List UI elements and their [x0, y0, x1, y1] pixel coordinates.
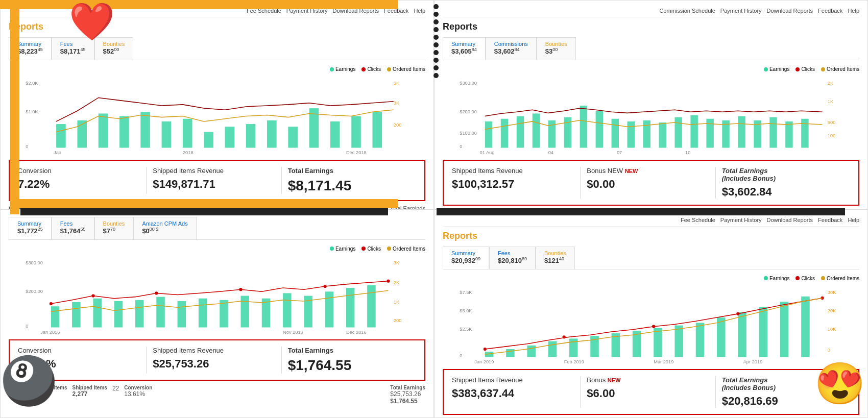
nav-help-br[interactable]: Help — [848, 217, 859, 223]
ball-emoji: 🎱 — [0, 354, 57, 408]
nav-fee-schedule-br[interactable]: Fee Schedule — [681, 217, 715, 223]
tab-summary-br[interactable]: Summary $20,93209 — [443, 247, 489, 269]
legend-ordered-br: Ordered Items — [821, 276, 859, 281]
panel-bottom-right: Fee Schedule Payment History Download Re… — [434, 209, 868, 419]
tab-bounties-br[interactable]: Bounties $12140 — [536, 247, 575, 269]
chart-legend-tr: Earnings Clicks Ordered Items — [443, 66, 859, 72]
tab-bounties-tr[interactable]: Bounties $300 — [537, 37, 576, 60]
svg-text:$5.0K: $5.0K — [460, 308, 472, 313]
svg-rect-52 — [785, 121, 792, 148]
svg-point-84 — [239, 288, 242, 291]
black-separator-top-left — [20, 208, 388, 215]
tab-fees-bl[interactable]: Fees $1,76455 — [52, 217, 94, 239]
black-separator-top-right — [437, 208, 845, 215]
legend-earnings-tr: Earnings — [764, 66, 789, 72]
tab-summary-tr[interactable]: Summary $3,60584 — [443, 37, 486, 60]
svg-text:2K: 2K — [828, 81, 834, 86]
svg-text:$2.0K: $2.0K — [26, 81, 38, 86]
stat-earnings-bl: Total Earnings $1,764.55 — [282, 347, 416, 374]
orange-bar-top — [0, 0, 398, 9]
stats-box-br: Shipped Items Revenue $383,637.44 Bonus … — [443, 369, 859, 415]
tab-commissions-tr[interactable]: Commissions $3,60284 — [486, 37, 537, 60]
svg-rect-46 — [690, 115, 697, 148]
legend-earnings-bl: Earnings — [330, 246, 355, 252]
chart-legend-bl: Earnings Clicks Ordered Items — [9, 246, 425, 252]
stat-conversion-tl: Conversion 7.22% — [18, 167, 147, 194]
svg-rect-11 — [162, 121, 172, 148]
svg-rect-35 — [517, 116, 524, 148]
svg-text:$300.00: $300.00 — [26, 260, 43, 265]
svg-rect-40 — [596, 111, 603, 148]
clicks-dot-bl — [361, 247, 366, 251]
svg-text:5K: 5K — [394, 81, 400, 86]
svg-text:10K: 10K — [828, 327, 836, 332]
earnings-dot-br — [764, 276, 768, 280]
nav-help[interactable]: Help — [414, 8, 425, 14]
svg-point-117 — [736, 312, 739, 315]
svg-text:30K: 30K — [828, 289, 836, 294]
svg-rect-34 — [501, 119, 508, 148]
svg-rect-107 — [674, 325, 683, 357]
svg-rect-73 — [220, 300, 228, 328]
nav-feedback-br[interactable]: Feedback — [818, 217, 842, 223]
legend-earnings-tl: Earnings — [330, 66, 355, 72]
summary-tabs-bl: Summary $1,77225 Fees $1,76455 Bounties … — [9, 217, 425, 240]
svg-rect-78 — [325, 291, 334, 327]
nav-top-right: Commission Schedule Payment History Down… — [443, 8, 859, 17]
chart-legend-br: Earnings Clicks Ordered Items — [443, 276, 859, 281]
svg-rect-79 — [346, 288, 355, 327]
panel-top-left: Fee Schedule Payment History Download Re… — [0, 0, 434, 209]
stats-box-bl: Conversion 13.61% Shipped Items Revenue … — [9, 339, 425, 381]
svg-rect-20 — [351, 116, 361, 148]
chart-area-bl: $300.00 $200.00 0 3K 2K 1K 200 — [9, 254, 425, 335]
tab-bounties-bl[interactable]: Bounties $770 — [94, 217, 134, 239]
tab-summary-bl[interactable]: Summary $1,77225 — [9, 217, 52, 239]
nav-payment-history-tr[interactable]: Payment History — [720, 8, 762, 14]
svg-rect-101 — [548, 341, 557, 357]
svg-rect-10 — [140, 112, 150, 148]
new-badge-tr: NEW — [625, 168, 638, 174]
nav-payment-history-br[interactable]: Payment History — [720, 217, 762, 223]
svg-text:Feb 2019: Feb 2019 — [564, 359, 584, 364]
legend-ordered-tr: Ordered Items — [821, 66, 859, 72]
ordered-dot-bl — [387, 247, 391, 251]
tab-fees-br[interactable]: Fees $20,81069 — [489, 247, 536, 269]
svg-rect-42 — [628, 121, 635, 148]
reports-title-br: Reports — [443, 231, 859, 241]
tab-cpm-bl[interactable]: Amazon CPM Ads $000 $ — [133, 217, 196, 239]
love-emoji: 😍 — [814, 360, 865, 408]
svg-rect-110 — [738, 312, 746, 357]
new-badge-br: NEW — [608, 377, 621, 383]
svg-rect-12 — [183, 119, 192, 148]
nav-help-tr[interactable]: Help — [848, 8, 859, 14]
svg-text:2K: 2K — [394, 280, 400, 285]
svg-text:Jan: Jan — [54, 150, 61, 155]
svg-text:100: 100 — [828, 133, 836, 138]
legend-ordered-bl: Ordered Items — [387, 246, 425, 252]
svg-text:3K: 3K — [394, 101, 400, 106]
svg-text:Dec 2016: Dec 2016 — [346, 330, 367, 335]
svg-rect-109 — [717, 317, 726, 357]
nav-download-reports-tr[interactable]: Download Reports — [767, 8, 813, 14]
earnings-dot-bl — [330, 247, 334, 251]
svg-rect-39 — [580, 106, 587, 148]
svg-rect-36 — [533, 114, 540, 148]
svg-text:0: 0 — [26, 323, 28, 328]
nav-feedback-tr[interactable]: Feedback — [818, 8, 842, 14]
svg-rect-47 — [706, 119, 713, 148]
nav-commission-schedule[interactable]: Commission Schedule — [659, 8, 715, 14]
svg-rect-19 — [330, 121, 340, 148]
svg-rect-99 — [506, 349, 515, 357]
chart-area-br: $7.5K $5.0K $2.5K 0 30K 20K 10K 0 — [443, 283, 859, 365]
svg-text:01 Aug: 01 Aug — [480, 150, 495, 155]
nav-download-reports-br[interactable]: Download Reports — [767, 217, 813, 223]
svg-rect-6 — [56, 124, 66, 147]
svg-rect-51 — [769, 117, 777, 148]
svg-text:0: 0 — [460, 144, 462, 149]
ordered-dot — [387, 67, 391, 71]
svg-rect-76 — [283, 293, 292, 327]
svg-text:3K: 3K — [394, 260, 400, 265]
dotted-border-decor — [433, 4, 439, 78]
svg-rect-16 — [267, 120, 277, 148]
svg-text:0: 0 — [460, 353, 462, 358]
